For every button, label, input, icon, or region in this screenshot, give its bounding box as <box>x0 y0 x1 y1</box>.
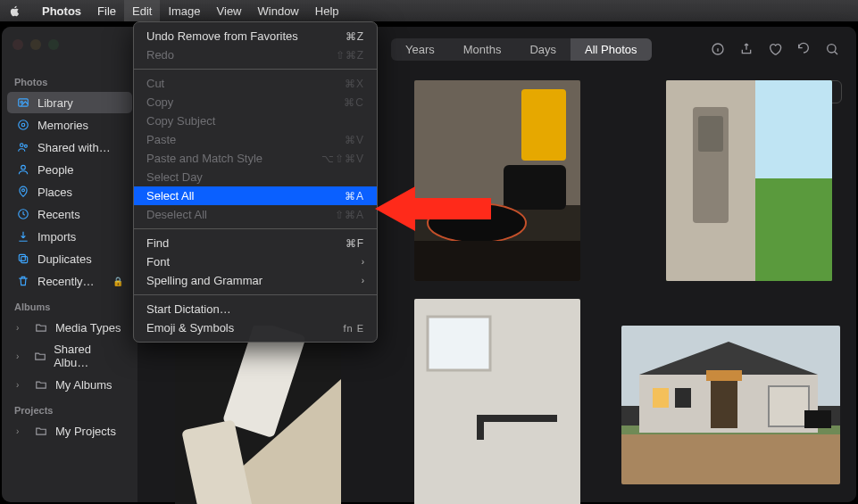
library-icon <box>16 95 30 110</box>
menu-item-font[interactable]: Font› <box>134 252 377 271</box>
photo-thumbnail[interactable] <box>414 80 580 281</box>
menu-item-spelling[interactable]: Spelling and Grammar› <box>134 271 377 290</box>
svg-rect-33 <box>477 415 557 422</box>
menubar-item-help[interactable]: Help <box>307 0 347 21</box>
menu-label: Copy Subject <box>146 114 215 128</box>
shared-icon <box>16 140 30 154</box>
menu-item-paste-match: Paste and Match Style⌥⇧⌘V <box>134 149 377 168</box>
sidebar-item-recently-deleted[interactable]: Recently… 🔒 <box>7 270 132 292</box>
chevron-right-icon[interactable]: › <box>16 380 25 390</box>
sidebar-label: Memories <box>37 119 88 132</box>
menubar-item-file[interactable]: File <box>89 0 124 21</box>
svg-rect-37 <box>621 433 840 484</box>
sidebar-item-my-albums[interactable]: › My Albums <box>7 374 132 395</box>
svg-rect-16 <box>504 165 566 210</box>
menu-label: Undo Remove from Favorites <box>146 29 298 43</box>
sidebar-section-photos: Photos <box>2 68 137 91</box>
rotate-icon[interactable] <box>792 37 815 61</box>
segment-years[interactable]: Years <box>391 38 449 61</box>
svg-rect-25 <box>755 178 832 281</box>
svg-rect-31 <box>428 317 490 370</box>
svg-rect-23 <box>698 116 723 152</box>
menu-label: Emoji & Symbols <box>146 321 234 335</box>
menubar-item-image[interactable]: Image <box>160 0 208 21</box>
sidebar-item-my-projects[interactable]: › My Projects <box>7 420 132 442</box>
menu-label: Spelling and Grammar <box>146 274 262 287</box>
sidebar-label: Shared with… <box>37 141 111 154</box>
sidebar-item-library[interactable]: Library <box>7 92 132 113</box>
app-window: Photos Library Memories Shared with… Peo… <box>2 27 856 502</box>
info-icon[interactable] <box>706 37 729 61</box>
sidebar-item-places[interactable]: Places <box>7 181 132 202</box>
chevron-right-icon[interactable]: › <box>16 323 25 333</box>
apple-logo-icon[interactable] <box>9 4 21 17</box>
menu-label: Font <box>146 255 170 269</box>
menubar-item-edit[interactable]: Edit <box>124 0 160 21</box>
sidebar-item-duplicates[interactable]: Duplicates <box>7 248 132 269</box>
shortcut: ⌘F <box>346 237 364 250</box>
submenu-chevron-icon: › <box>362 276 364 285</box>
menu-item-dictation[interactable]: Start Dictation… <box>134 300 377 318</box>
sidebar-label: Recents <box>37 208 80 221</box>
sidebar-item-recents[interactable]: Recents <box>7 203 132 225</box>
menu-label: Select All <box>146 189 194 202</box>
sidebar-item-shared[interactable]: Shared with… <box>7 136 132 158</box>
menubar-item-window[interactable]: Window <box>250 0 307 21</box>
segment-months[interactable]: Months <box>449 38 516 61</box>
menu-item-copy: Copy⌘C <box>134 93 377 112</box>
sidebar-item-media-types[interactable]: › Media Types <box>7 317 132 338</box>
shortcut: ⇧⌘Z <box>336 49 364 62</box>
sidebar-item-memories[interactable]: Memories <box>7 114 132 136</box>
svg-point-12 <box>828 45 836 53</box>
svg-rect-10 <box>21 257 28 263</box>
sidebar-label: Imports <box>37 230 76 244</box>
favorite-icon[interactable] <box>763 37 787 61</box>
folder-icon <box>34 320 48 335</box>
menu-item-deselect-all: Deselect All⇧⌘A <box>134 205 377 224</box>
photo-thumbnail[interactable] <box>175 326 341 504</box>
shortcut: ⌥⇧⌘V <box>321 153 364 165</box>
memories-icon <box>16 118 30 132</box>
share-icon[interactable] <box>735 37 758 61</box>
menu-label: Copy <box>146 95 173 109</box>
menu-label: Redo <box>146 48 174 62</box>
segment-all-photos[interactable]: All Photos <box>571 38 652 61</box>
sidebar-label: Library <box>37 96 73 110</box>
segment-days[interactable]: Days <box>515 38 571 61</box>
menubar-app-name[interactable]: Photos <box>34 0 89 21</box>
sidebar-section-albums: Albums <box>2 293 137 316</box>
people-icon <box>16 162 30 177</box>
shortcut: ⌘Z <box>346 30 364 43</box>
photo-thumbnail[interactable] <box>621 326 840 484</box>
photo-thumbnail[interactable] <box>666 80 832 281</box>
menu-item-find[interactable]: Find⌘F <box>134 234 377 252</box>
sidebar: Photos Library Memories Shared with… Peo… <box>2 27 137 502</box>
menu-item-copy-subject: Copy Subject <box>134 112 377 130</box>
sidebar-label: My Projects <box>55 425 116 438</box>
sidebar-item-imports[interactable]: Imports <box>7 226 132 247</box>
sidebar-item-shared-albums[interactable]: › Shared Albu… <box>7 339 132 373</box>
menu-separator <box>134 294 377 295</box>
lock-icon: 🔒 <box>112 277 123 286</box>
sidebar-item-people[interactable]: People <box>7 159 132 180</box>
shortcut: ⌘A <box>345 190 364 202</box>
svg-point-4 <box>21 144 24 147</box>
view-segmented-control: Years Months Days All Photos <box>391 38 652 61</box>
menu-item-select-day: Select Day <box>134 168 377 186</box>
menubar-item-view[interactable]: View <box>209 0 250 21</box>
photo-thumbnail[interactable] <box>414 299 580 504</box>
shortcut: fn E <box>343 323 364 334</box>
edit-menu-dropdown: Undo Remove from Favorites⌘Z Redo⇧⌘Z Cut… <box>133 21 378 343</box>
sidebar-label: Duplicates <box>37 252 92 266</box>
chevron-right-icon[interactable]: › <box>16 426 25 436</box>
menu-item-redo: Redo⇧⌘Z <box>134 45 377 64</box>
menu-label: Paste <box>146 133 176 146</box>
menu-separator <box>134 228 377 229</box>
chevron-right-icon[interactable]: › <box>16 351 24 361</box>
search-icon[interactable] <box>821 37 844 61</box>
svg-rect-42 <box>706 370 742 381</box>
menu-item-select-all[interactable]: Select All⌘A <box>134 186 377 205</box>
svg-rect-34 <box>477 422 484 440</box>
menu-item-undo[interactable]: Undo Remove from Favorites⌘Z <box>134 27 377 45</box>
menu-item-emoji[interactable]: Emoji & Symbolsfn E <box>134 318 377 337</box>
